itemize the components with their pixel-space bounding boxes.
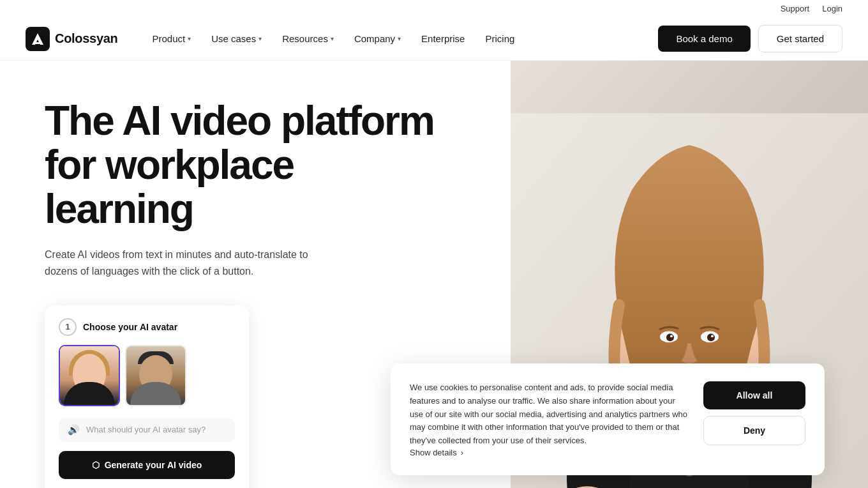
nav-actions: Book a demo Get started xyxy=(658,25,842,52)
company-chevron-icon: ▾ xyxy=(398,35,401,42)
nav-pricing[interactable]: Pricing xyxy=(476,28,523,49)
cookie-details-link[interactable]: Show details › xyxy=(410,448,691,457)
avatar-female-thumb[interactable] xyxy=(59,345,120,406)
nav-company[interactable]: Company ▾ xyxy=(345,28,410,49)
nav-product[interactable]: Product ▾ xyxy=(143,28,200,49)
step-header: 1 Choose your AI avatar xyxy=(59,318,235,336)
cookie-left: We use cookies to personalise content an… xyxy=(410,381,691,457)
logo-icon xyxy=(26,27,50,51)
speaker-icon: 🔊 xyxy=(68,424,80,436)
svg-rect-2 xyxy=(34,42,41,44)
generate-video-button[interactable]: ⬡ Generate your AI video xyxy=(59,451,235,479)
nav-usecases[interactable]: Use cases ▾ xyxy=(202,28,271,49)
logo[interactable]: Colossyan xyxy=(26,27,117,51)
step-widget: 1 Choose your AI avatar xyxy=(45,305,249,488)
nav-items: Product ▾ Use cases ▾ Resources ▾ Compan… xyxy=(143,28,658,49)
top-bar: Support Login xyxy=(0,0,868,17)
hero-title: The AI video platform for workplace lear… xyxy=(45,99,434,231)
avatar-row xyxy=(59,345,235,406)
svg-point-10 xyxy=(666,333,674,341)
avatar-say-input[interactable]: 🔊 What should your AI avatar say? xyxy=(59,418,235,442)
resources-chevron-icon: ▾ xyxy=(331,35,334,42)
svg-point-13 xyxy=(711,335,714,337)
nav-resources[interactable]: Resources ▾ xyxy=(273,28,343,49)
step-number: 1 xyxy=(59,318,77,336)
logo-text: Colossyan xyxy=(55,31,117,46)
usecases-chevron-icon: ▾ xyxy=(258,35,262,42)
cookie-content: We use cookies to personalise content an… xyxy=(410,381,805,457)
get-started-button[interactable]: Get started xyxy=(758,25,842,52)
cookie-banner: We use cookies to personalise content an… xyxy=(391,363,825,475)
step-label: Choose your AI avatar xyxy=(83,322,177,332)
chevron-right-icon: › xyxy=(461,448,463,457)
allow-cookies-button[interactable]: Allow all xyxy=(703,381,805,409)
svg-point-12 xyxy=(670,335,673,337)
svg-point-11 xyxy=(707,333,715,341)
cookie-text: We use cookies to personalise content an… xyxy=(410,381,691,448)
cookie-right: Allow all Deny xyxy=(703,381,805,457)
support-link[interactable]: Support xyxy=(781,4,810,13)
generate-icon: ⬡ xyxy=(92,460,100,470)
login-link[interactable]: Login xyxy=(822,4,842,13)
nav-enterprise[interactable]: Enterprise xyxy=(412,28,474,49)
main-nav: Colossyan Product ▾ Use cases ▾ Resource… xyxy=(0,17,868,61)
input-placeholder-text: What should your AI avatar say? xyxy=(86,425,206,434)
deny-cookies-button[interactable]: Deny xyxy=(703,416,805,445)
hero-subtitle: Create AI videos from text in minutes an… xyxy=(45,247,313,279)
book-demo-button[interactable]: Book a demo xyxy=(658,26,750,52)
avatar-male-thumb[interactable] xyxy=(125,345,186,406)
product-chevron-icon: ▾ xyxy=(188,35,191,42)
